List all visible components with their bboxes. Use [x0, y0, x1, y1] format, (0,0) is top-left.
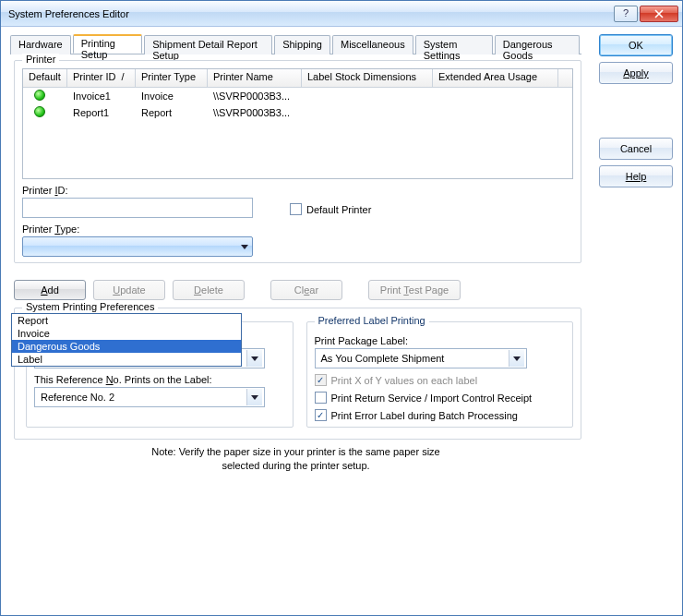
table-row[interactable]: Report1 Report \\SVRP0003B3...: [23, 104, 572, 121]
print-test-button[interactable]: Print Test Page: [368, 280, 461, 300]
sys-prefs-title: System Printing Preferences: [22, 301, 158, 312]
printer-group-title: Printer: [22, 54, 59, 65]
col-printer-type[interactable]: Printer Type: [136, 69, 208, 87]
col-printer-id[interactable]: Printer ID /: [67, 69, 136, 87]
checkbox-icon: [315, 374, 327, 386]
printer-type-dropdown[interactable]: Report Invoice Dangerous Goods Label: [11, 313, 242, 367]
add-button[interactable]: Add: [14, 280, 86, 300]
ok-button[interactable]: OK: [599, 34, 673, 56]
tab-printing-setup[interactable]: Printing Setup: [73, 34, 142, 54]
tab-shipping[interactable]: Shipping: [274, 35, 330, 54]
apply-button[interactable]: Apply: [599, 62, 673, 84]
printer-id-input[interactable]: [22, 198, 253, 218]
cell-name: \\SVRP0003B3...: [208, 91, 302, 102]
dialog-window: System Preferences Editor ? Hardware Pri…: [0, 0, 683, 616]
default-printer-checkbox[interactable]: Default Printer: [290, 203, 371, 215]
ref2-combo[interactable]: Reference No. 2: [34, 387, 265, 407]
chevron-down-icon: [251, 395, 258, 400]
clear-button[interactable]: Clear: [270, 280, 342, 300]
cell-id: Invoice1: [67, 91, 136, 102]
delete-button[interactable]: Delete: [173, 280, 245, 300]
printer-group: Printer Default Printer ID / Printer Typ…: [14, 60, 581, 263]
help-titlebar-button[interactable]: ?: [614, 6, 638, 22]
action-button-row: Add Update Delete Clear Print Test Page: [14, 280, 581, 300]
printer-grid[interactable]: Default Printer ID / Printer Type Printe…: [22, 68, 573, 179]
chk-xy: Print X of Y values on each label: [315, 374, 566, 386]
dropdown-item[interactable]: Label: [12, 353, 241, 366]
pkg-value: As You Complete Shipment: [321, 353, 445, 364]
ref2-value: Reference No. 2: [41, 392, 114, 403]
titlebar: System Preferences Editor ?: [1, 1, 682, 27]
checkbox-icon: [290, 203, 302, 215]
footer-note: Note: Verify the paper size in your prin…: [10, 445, 581, 473]
col-label-dims[interactable]: Label Stock Dimensions: [302, 69, 433, 87]
cell-id: Report1: [67, 107, 136, 118]
printer-type-label: Printer Type:: [22, 223, 253, 235]
tabstrip: Hardware Printing Setup Shipment Detail …: [10, 34, 581, 54]
col-default[interactable]: Default: [23, 69, 67, 87]
tab-system-settings[interactable]: System Settings: [415, 35, 493, 54]
ref2-label: This Reference No. Prints on the Label:: [34, 374, 285, 385]
checkbox-icon: [315, 409, 327, 421]
pref-group-title: Preferred Label Printing: [315, 315, 429, 326]
dropdown-item[interactable]: Dangerous Goods: [12, 340, 241, 353]
chk-return-label: Print Return Service / Import Control Re…: [331, 393, 533, 404]
col-ext-area[interactable]: Extended Area Usage: [433, 69, 558, 87]
tab-misc[interactable]: Miscellaneous: [332, 35, 413, 54]
main-pane: Hardware Printing Setup Shipment Detail …: [1, 27, 587, 615]
tab-shipment-detail[interactable]: Shipment Detail Report Setup: [144, 35, 272, 54]
status-dot-icon: [34, 106, 45, 117]
chevron-down-icon: [241, 245, 248, 249]
preferred-label-group: Preferred Label Printing Print Package L…: [306, 321, 574, 428]
cell-type: Invoice: [136, 91, 208, 102]
printer-type-combo[interactable]: [22, 236, 253, 257]
pkg-combo[interactable]: As You Complete Shipment: [315, 348, 527, 368]
svg-text:?: ?: [623, 9, 629, 18]
close-button[interactable]: [640, 6, 678, 22]
chevron-down-icon: [513, 356, 521, 361]
chevron-down-icon: [251, 356, 258, 361]
grid-header: Default Printer ID / Printer Type Printe…: [23, 69, 572, 88]
cell-name: \\SVRP0003B3...: [208, 107, 302, 118]
col-printer-name[interactable]: Printer Name: [208, 69, 302, 87]
tab-dangerous-goods[interactable]: Dangerous Goods: [495, 35, 580, 54]
update-button[interactable]: Update: [93, 280, 165, 300]
help-button[interactable]: Help: [599, 165, 673, 187]
dropdown-item[interactable]: Invoice: [12, 327, 241, 340]
window-title: System Preferences Editor: [8, 8, 612, 19]
table-row[interactable]: Invoice1 Invoice \\SVRP0003B3...: [23, 88, 572, 104]
dropdown-item[interactable]: Report: [12, 314, 241, 327]
pkg-label: Print Package Label:: [315, 335, 566, 346]
close-icon: [654, 9, 664, 18]
cell-type: Report: [136, 107, 208, 118]
status-dot-icon: [34, 90, 45, 101]
cancel-button[interactable]: Cancel: [599, 138, 673, 160]
side-pane: OK Apply Cancel Help: [587, 27, 682, 615]
question-icon: ?: [621, 9, 630, 18]
printer-id-label: Printer ID:: [22, 185, 253, 196]
tab-hardware[interactable]: Hardware: [10, 35, 71, 54]
chk-error-label[interactable]: Print Error Label during Batch Processin…: [315, 409, 566, 421]
checkbox-icon: [315, 392, 327, 404]
default-printer-label: Default Printer: [306, 204, 371, 215]
chk-return[interactable]: Print Return Service / Import Control Re…: [315, 392, 566, 404]
